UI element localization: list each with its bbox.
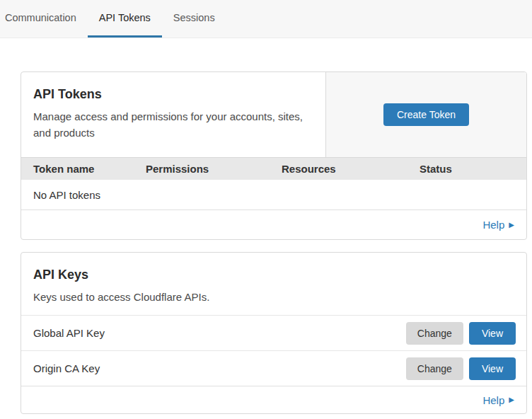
global-api-key-row: Global API Key Change View — [21, 315, 526, 350]
key-actions: Change View — [406, 357, 516, 380]
api-keys-card-header: API Keys Keys used to access Cloudflare … — [21, 253, 526, 315]
column-header-status: Status — [420, 163, 526, 175]
api-keys-card: API Keys Keys used to access Cloudflare … — [21, 252, 527, 414]
api-tokens-help-link[interactable]: Help ▶ — [482, 219, 514, 231]
column-header-token-name: Token name — [33, 163, 146, 175]
api-keys-description: Keys used to access Cloudflare APIs. — [33, 289, 309, 305]
tokens-table-header: Token name Permissions Resources Status — [21, 157, 526, 180]
api-keys-card-footer: Help ▶ — [21, 386, 526, 413]
tokens-empty-row: No API tokens — [21, 180, 526, 210]
arrow-right-icon: ▶ — [509, 396, 514, 403]
help-link-label: Help — [482, 394, 504, 406]
change-button[interactable]: Change — [406, 357, 463, 380]
view-button[interactable]: View — [469, 322, 516, 345]
tab-bar: Communication API Tokens Sessions — [0, 0, 532, 38]
column-header-resources: Resources — [282, 163, 420, 175]
view-button[interactable]: View — [469, 357, 516, 380]
api-tokens-title: API Tokens — [33, 87, 313, 102]
api-keys-title: API Keys — [33, 268, 514, 282]
column-header-permissions: Permissions — [146, 163, 282, 175]
tab-communication[interactable]: Communication — [5, 0, 88, 38]
api-tokens-description: Manage access and permissions for your a… — [33, 108, 309, 142]
api-keys-help-link[interactable]: Help ▶ — [482, 394, 514, 406]
key-name-label: Origin CA Key — [33, 362, 100, 374]
api-tokens-card: API Tokens Manage access and permissions… — [21, 71, 527, 240]
key-name-label: Global API Key — [33, 327, 105, 339]
page-content: API Tokens Manage access and permissions… — [0, 38, 532, 414]
api-tokens-card-header-text: API Tokens Manage access and permissions… — [21, 72, 325, 157]
create-token-button[interactable]: Create Token — [383, 103, 469, 126]
empty-tokens-message: No API tokens — [33, 189, 100, 201]
tab-sessions[interactable]: Sessions — [162, 0, 226, 38]
help-link-label: Help — [482, 219, 504, 231]
arrow-right-icon: ▶ — [509, 222, 514, 229]
api-tokens-card-header-action: Create Token — [325, 72, 526, 157]
api-tokens-card-footer: Help ▶ — [21, 210, 526, 239]
origin-ca-key-row: Origin CA Key Change View — [21, 350, 526, 386]
api-tokens-card-header: API Tokens Manage access and permissions… — [21, 72, 526, 157]
change-button[interactable]: Change — [406, 322, 463, 345]
key-actions: Change View — [406, 322, 516, 345]
tab-api-tokens[interactable]: API Tokens — [88, 0, 162, 38]
